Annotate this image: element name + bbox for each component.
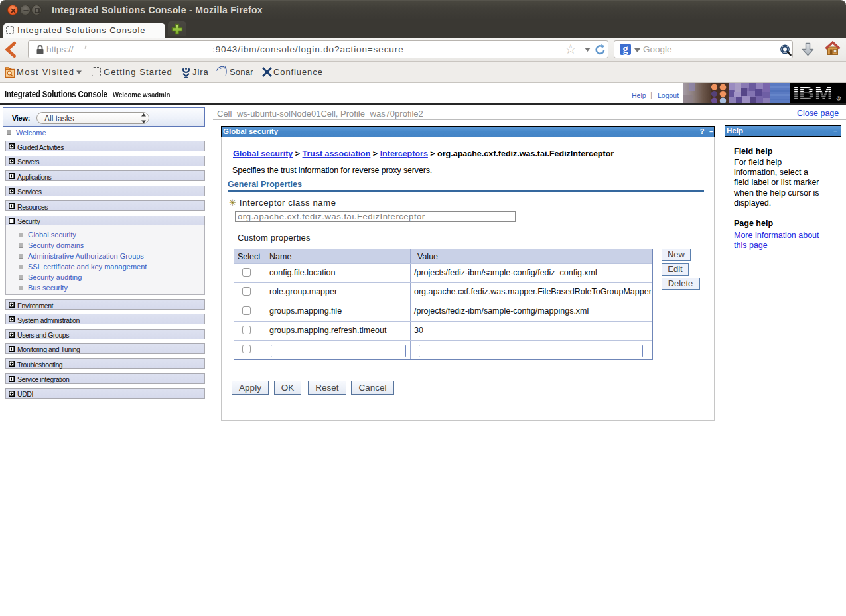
svg-text:IBM: IBM: [793, 83, 833, 103]
